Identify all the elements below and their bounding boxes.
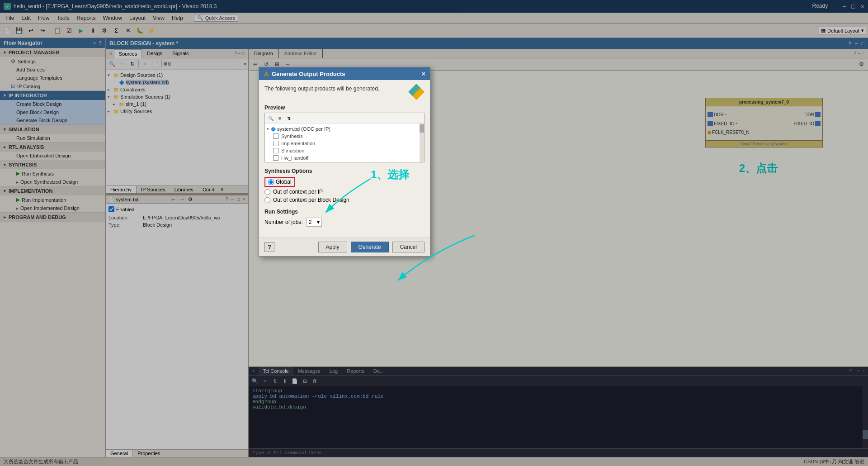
nav-add-sources[interactable]: Add Sources (0, 66, 105, 74)
nav-run-implementation[interactable]: ▶ Run Implementation (0, 195, 105, 204)
diag-min-icon[interactable]: − (858, 51, 861, 56)
con-delete-button[interactable]: 🗑 (310, 376, 319, 385)
menu-edit[interactable]: Edit (18, 14, 34, 22)
cancel-button[interactable]: Cancel (392, 242, 425, 252)
undo-button[interactable]: ↩ (25, 25, 36, 36)
con-copy-button[interactable]: 📄 (290, 376, 299, 385)
console-max-icon[interactable]: □ (862, 367, 868, 375)
flow-nav-menu-icon[interactable]: ≡ (93, 40, 96, 46)
tab-de[interactable]: De... (369, 367, 388, 375)
sources-max-icon[interactable]: □ (242, 51, 245, 56)
tree-system-bd[interactable]: 🔷 system (system.bd) (106, 79, 248, 86)
menu-reports[interactable]: Reports (73, 14, 99, 22)
sources-min-icon[interactable]: − (238, 51, 241, 56)
tab-reports[interactable]: Reports (342, 367, 369, 375)
con-sort-button[interactable]: ⇅ (270, 376, 279, 385)
simulation-header[interactable]: ▾ SIMULATION (0, 125, 105, 134)
nav-generate-block-design[interactable]: Generate Block Design (0, 116, 105, 124)
nav-open-block-design[interactable]: Open Block Design (0, 108, 105, 116)
tree-sim-sources[interactable]: ▾ 📁 Simulation Sources (1) (106, 93, 248, 100)
menu-window[interactable]: Window (99, 14, 126, 22)
menu-tools[interactable]: Tools (53, 14, 73, 22)
sources-help-icon[interactable]: ? (235, 51, 237, 56)
tab-sources[interactable]: Sources (114, 49, 142, 58)
menu-help[interactable]: Help (168, 14, 187, 22)
menu-layout[interactable]: Layout (126, 14, 149, 22)
pause-button[interactable]: ⏸ (87, 25, 98, 36)
menu-file[interactable]: File (2, 14, 18, 22)
save-button[interactable]: 💾 (14, 25, 24, 36)
copy-button[interactable]: 📋 (52, 25, 63, 36)
nav-ip-catalog[interactable]: ⊞ IP Catalog (0, 82, 105, 90)
help-button[interactable]: ? (264, 242, 274, 252)
tab-log[interactable]: Log (325, 367, 342, 375)
nav-open-synthesized[interactable]: ▸ Open Synthesized Design (0, 178, 105, 186)
impl-header[interactable]: ▾ IMPLEMENTATION (0, 186, 105, 195)
diag-max-icon[interactable]: □ (863, 51, 865, 56)
hw-checkbox[interactable] (273, 155, 278, 161)
console-scrollbar[interactable] (863, 386, 868, 448)
sources-sort-button[interactable]: ⇅ (127, 59, 137, 68)
minimize-button[interactable]: − (842, 3, 846, 10)
modal-close-button[interactable]: × (422, 70, 425, 77)
layout-selector[interactable]: ▦ Default Layout ▾ (819, 27, 866, 34)
con-pause-button[interactable]: ⏸ (280, 376, 289, 385)
props-tab-general[interactable]: General (106, 450, 133, 457)
ooc-bd-radio[interactable] (264, 197, 270, 203)
console-help-icon[interactable]: ? (846, 367, 856, 375)
footer-tab-ip-sources[interactable]: IP Sources (137, 186, 170, 193)
stop-button[interactable]: ✕ (123, 25, 133, 36)
bd-help-icon[interactable]: ? (848, 41, 851, 46)
props-tab-properties[interactable]: Properties (133, 450, 165, 457)
props-max-icon[interactable]: □ (237, 197, 240, 202)
impl-checkbox[interactable] (273, 141, 278, 146)
props-min-icon[interactable]: − (231, 197, 234, 202)
project-manager-header[interactable]: ▾ PROJECT MANAGER (0, 48, 105, 57)
global-radio[interactable] (268, 179, 274, 185)
prev-sort-button[interactable]: ⇅ (285, 114, 293, 122)
nav-settings[interactable]: ⚙ Settings (0, 57, 105, 66)
menu-view[interactable]: View (149, 14, 168, 22)
flow-nav-help-icon[interactable]: ? (99, 40, 102, 46)
ooc-ip-radio[interactable] (264, 189, 270, 195)
props-help-icon[interactable]: ? (226, 197, 228, 202)
diag-help-icon[interactable]: ? (854, 51, 857, 56)
props-back-button[interactable]: ← (171, 197, 176, 202)
apply-button[interactable]: Apply (318, 242, 347, 252)
diag-settings-icon[interactable]: ⚙ (856, 59, 866, 69)
sources-expand-icon[interactable]: » (244, 62, 246, 67)
enabled-checkbox[interactable] (108, 206, 114, 212)
footer-expand-icon[interactable]: ≡ (219, 186, 226, 193)
console-scrollbar-thumb[interactable] (863, 430, 868, 439)
maximize-button[interactable]: □ (851, 3, 855, 10)
preview-scrollbar-thumb[interactable] (420, 124, 424, 133)
sources-file-button[interactable]: 📄 (151, 59, 160, 68)
rtl-header[interactable]: ▸ RTL ANALYSIS (0, 143, 105, 152)
nav-language-templates[interactable]: Language Templates (0, 74, 105, 82)
sources-close-button[interactable]: × (108, 51, 114, 56)
check-button[interactable]: ☑ (64, 25, 75, 36)
run-button[interactable]: ▶ (75, 25, 86, 36)
console-close-button[interactable]: × (249, 367, 259, 375)
props-close-button[interactable]: × (243, 197, 245, 202)
tab-design[interactable]: Design (142, 49, 167, 58)
preview-scrollbar[interactable] (420, 124, 424, 162)
prog-debug-header[interactable]: ▸ PROGRAM AND DEBUG (0, 213, 105, 222)
sum-button[interactable]: Σ (111, 25, 122, 36)
tab-tcl-console[interactable]: Tcl Console (259, 367, 293, 375)
sources-search-button[interactable]: 🔍 (108, 59, 117, 68)
quick-access-bar[interactable]: 🔍 Quick Access (194, 14, 238, 22)
tree-utility-sources[interactable]: ▸ 📁 Utility Sources (106, 108, 248, 115)
redo-button[interactable]: ↪ (37, 25, 48, 36)
jobs-selector[interactable]: 2 ▾ (307, 218, 322, 227)
bd-max-icon[interactable]: □ (861, 41, 864, 46)
bd-min-icon[interactable]: − (855, 41, 858, 46)
con-list-button[interactable]: ≡ (260, 376, 269, 385)
tree-constraints[interactable]: ▸ 📁 Constraints (106, 86, 248, 93)
nav-create-block-design[interactable]: Create Block Design (0, 100, 105, 108)
synthesis-checkbox[interactable] (273, 133, 278, 139)
tab-address-editor[interactable]: Address Editor (279, 49, 323, 58)
nav-run-simulation[interactable]: Run Simulation (0, 134, 105, 142)
preview-system-bd[interactable]: ▾ 🔷 system.bd (OOC per IP) (267, 125, 422, 133)
generate-button[interactable]: Generate (351, 242, 389, 252)
